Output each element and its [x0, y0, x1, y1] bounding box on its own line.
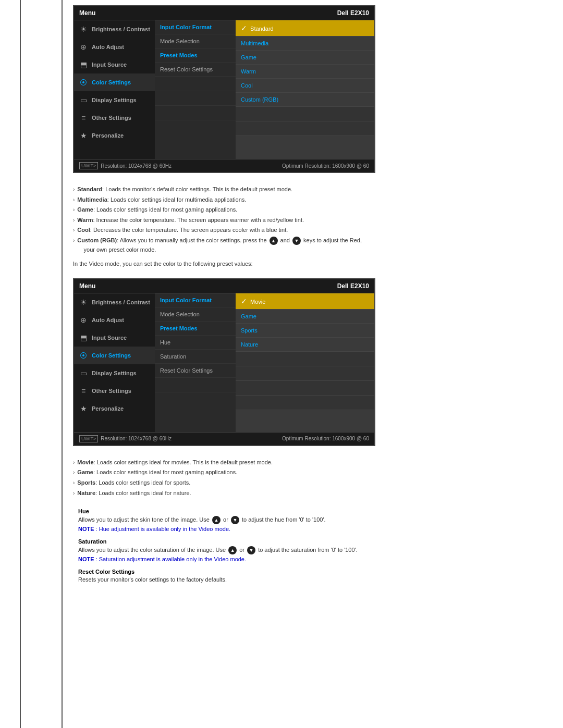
right-cool-1[interactable]: Cool: [236, 79, 374, 93]
desc-cool: › Cool: Decreases the color temperature.…: [73, 226, 375, 235]
middle-resetcolor-2[interactable]: Reset Color Settings: [155, 364, 236, 378]
right-empty2-1: [236, 121, 374, 136]
hue-range-text: to adjust the hue from '0' to '100'.: [242, 516, 326, 523]
up-arrow-icon-1: ▲: [270, 237, 278, 245]
main-content: Menu Dell E2X10 ☀ Brightness / Contrast …: [63, 0, 563, 728]
nav-label-colorsettings-2: Color Settings: [92, 352, 131, 359]
middle-inputcolorformat-2[interactable]: Input Color Format: [155, 293, 236, 307]
checkmark-icon-2: ✓: [241, 297, 247, 305]
right-movie-2[interactable]: ✓ Movie: [236, 293, 374, 310]
right-multimedia-1[interactable]: Multimedia: [236, 36, 374, 51]
personalize-icon-1: ★: [78, 130, 89, 141]
right-empty3-2: [236, 381, 374, 396]
hue-note-label: NOTE: [78, 526, 94, 532]
middle-presetmodes-1[interactable]: Preset Modes: [155, 48, 236, 63]
footer-logo-1: UWIT>: [79, 162, 98, 169]
right-game-2[interactable]: Game: [236, 310, 374, 324]
osd-menu-1: Menu Dell E2X10 ☀ Brightness / Contrast …: [73, 5, 375, 173]
nav-label-othersettings-1: Other Settings: [92, 115, 131, 121]
nav-inputsource-1[interactable]: ⬒ Input Source: [74, 56, 155, 73]
nav-label-autoadjust-1: Auto Adjust: [92, 44, 124, 50]
nav-brightness-1[interactable]: ☀ Brightness / Contrast: [74, 20, 155, 38]
reset-color-row: Reset Color Settings Resets your monitor…: [78, 569, 558, 583]
right-label-standard-1: Standard: [250, 26, 274, 32]
nav-inputsource-2[interactable]: ⬒ Input Source: [74, 329, 155, 347]
nav-autoadjust-2[interactable]: ⊕ Auto Adjust: [74, 311, 155, 329]
osd-footer-left-1: UWIT> Resolution: 1024x768 @ 60Hz: [79, 162, 172, 169]
nav-label-inputsource-1: Input Source: [92, 61, 127, 68]
sidebar-inner-line: [0, 0, 21, 728]
osd-header-1: Menu Dell E2X10: [74, 6, 374, 20]
footer-logo-2: UWIT>: [79, 435, 98, 442]
autoadjust-icon-2: ⊕: [78, 315, 89, 325]
inputsource-icon-1: ⬒: [78, 59, 89, 70]
nav-autoadjust-1[interactable]: ⊕ Auto Adjust: [74, 38, 155, 56]
desc-nature: › Nature: Loads color settings ideal for…: [73, 489, 375, 498]
osd-body-2: ☀ Brightness / Contrast ⊕ Auto Adjust ⬒ …: [74, 293, 374, 432]
osd-middle-1: Input Color Format Mode Selection Preset…: [155, 20, 236, 159]
osd-menu-title-1: Menu: [79, 9, 95, 17]
osd-menu-title-2: Menu: [79, 282, 95, 290]
middle-hue-2[interactable]: Hue: [155, 336, 236, 350]
desc-multimedia: › Multimedia: Loads color settings ideal…: [73, 195, 375, 205]
nav-displaysettings-2[interactable]: ▭ Display Settings: [74, 364, 155, 382]
nav-othersettings-2[interactable]: ≡ Other Settings: [74, 382, 155, 400]
middle-inputcolorformat-1[interactable]: Input Color Format: [155, 20, 236, 34]
hue-description: Allows you to adjust the skin tone of th…: [78, 516, 558, 524]
right-sports-2[interactable]: Sports: [236, 324, 374, 338]
hue-label: Hue: [78, 508, 558, 514]
bullet-sports: ›: [73, 479, 75, 488]
left-sidebar: [0, 0, 63, 728]
nav-label-colorsettings-1: Color Settings: [92, 79, 131, 85]
nav-colorsettings-1[interactable]: ⦿ Color Settings: [74, 73, 155, 91]
right-nature-2[interactable]: Nature: [236, 338, 374, 352]
nav-othersettings-1[interactable]: ≡ Other Settings: [74, 109, 155, 127]
middle-modeselection-2[interactable]: Mode Selection: [155, 307, 236, 322]
osd-model-2: Dell E2X10: [337, 282, 369, 290]
osd-header-2: Menu Dell E2X10: [74, 279, 374, 293]
right-warm-1[interactable]: Warm: [236, 65, 374, 79]
desc-text-warm: Warm: Increase the color temperature. Th…: [77, 216, 304, 225]
nav-label-brightness-2: Brightness / Contrast: [92, 299, 150, 305]
nav-label-brightness-1: Brightness / Contrast: [92, 26, 150, 32]
personalize-icon-2: ★: [78, 403, 89, 414]
middle-modeselection-1[interactable]: Mode Selection: [155, 34, 236, 48]
displaysettings-icon-1: ▭: [78, 95, 89, 105]
bullet-multimedia: ›: [73, 196, 75, 205]
video-mode-note: In the Video mode, you can set the color…: [73, 260, 375, 269]
footer-resolution-1: Resolution: 1024x768 @ 60Hz: [101, 163, 172, 169]
down-arrow-icon-1: ▼: [292, 237, 301, 245]
hue-note-text: : Hue adjustment is available only in th…: [96, 526, 230, 532]
right-empty4-2: [236, 396, 374, 410]
desc-warm: › Warm: Increase the color temperature. …: [73, 216, 375, 225]
middle-saturation-2[interactable]: Saturation: [155, 350, 236, 364]
saturation-note: NOTE : Saturation adjustment is availabl…: [78, 556, 558, 562]
nav-label-displaysettings-2: Display Settings: [92, 370, 137, 376]
middle-resetcolor-1[interactable]: Reset Color Settings: [155, 63, 236, 77]
nav-label-personalize-2: Personalize: [92, 405, 124, 412]
reset-color-label: Reset Color Settings: [78, 569, 558, 575]
hue-note: NOTE : Hue adjustment is available only …: [78, 526, 558, 532]
bullet-movie: ›: [73, 459, 75, 467]
nav-personalize-1[interactable]: ★ Personalize: [74, 127, 155, 144]
nav-label-autoadjust-2: Auto Adjust: [92, 317, 124, 323]
desc-movie: › Movie: Loads color settings ideal for …: [73, 458, 375, 467]
nav-personalize-2[interactable]: ★ Personalize: [74, 400, 155, 417]
right-customrgb-1[interactable]: Custom (RGB): [236, 93, 374, 107]
colorsettings-icon-2: ⦿: [78, 350, 89, 361]
hue-desc-text: Allows you to adjust the skin tone of th…: [78, 516, 211, 523]
hue-row: Hue Allows you to adjust the skin tone o…: [78, 508, 558, 532]
desc-text-game2: Game: Loads color settings ideal for mos…: [77, 468, 237, 477]
nav-colorsettings-2[interactable]: ⦿ Color Settings: [74, 347, 155, 364]
nav-label-othersettings-2: Other Settings: [92, 388, 131, 394]
nav-displaysettings-1[interactable]: ▭ Display Settings: [74, 91, 155, 109]
bullet-customrgb: ›: [73, 237, 75, 254]
desc-text-multimedia: Multimedia: Loads color settings ideal f…: [77, 195, 246, 205]
middle-presetmodes-2[interactable]: Preset Modes: [155, 322, 236, 336]
right-game-1[interactable]: Game: [236, 51, 374, 65]
nav-label-personalize-1: Personalize: [92, 132, 124, 139]
nav-brightness-2[interactable]: ☀ Brightness / Contrast: [74, 293, 155, 311]
sat-up-arrow: ▲: [228, 546, 237, 554]
right-standard-1[interactable]: ✓ Standard: [236, 20, 374, 36]
hue-up-arrow: ▲: [212, 516, 221, 524]
